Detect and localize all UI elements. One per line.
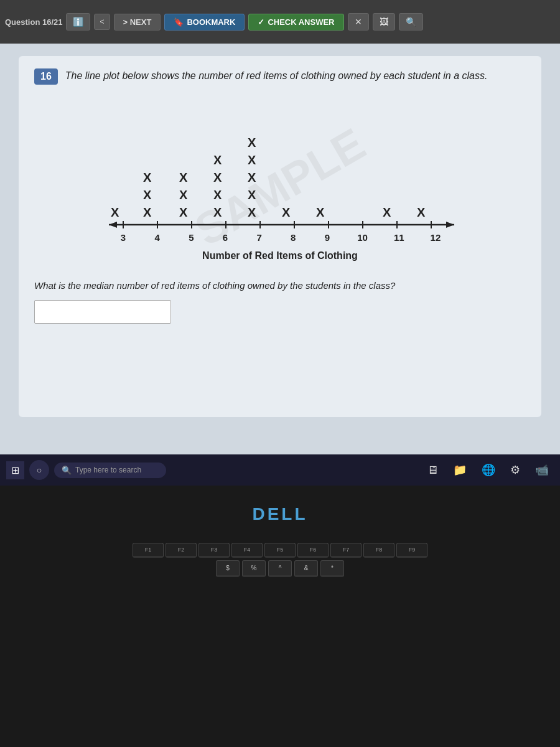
svg-marker-2 bbox=[446, 222, 454, 228]
main-content-area: SAMPLE 16 The line plot below shows the … bbox=[0, 44, 560, 454]
question-text: The line plot below shows the number of … bbox=[65, 68, 488, 83]
x-mark: X bbox=[248, 189, 256, 201]
screenshot-icon-btn[interactable]: 🖼 bbox=[373, 13, 395, 31]
x-mark: X bbox=[179, 189, 187, 201]
x-mark: X bbox=[143, 206, 151, 218]
nav-back-button[interactable]: < bbox=[94, 14, 110, 30]
question-header: 16 The line plot below shows the number … bbox=[34, 68, 526, 85]
search-placeholder-text: Type here to search bbox=[75, 466, 141, 474]
nav-next-button[interactable]: > NEXT bbox=[114, 14, 161, 31]
x-mark: X bbox=[316, 206, 324, 218]
bookmark-icon: 🔖 bbox=[174, 17, 184, 27]
x-mark: X bbox=[248, 154, 256, 166]
key-dollar[interactable]: $ bbox=[216, 560, 240, 577]
x-mark: X bbox=[179, 171, 187, 184]
taskbar-video-icon[interactable]: 📹 bbox=[530, 460, 554, 480]
start-button[interactable]: ⊞ bbox=[6, 461, 24, 479]
checkmark-icon: ✓ bbox=[258, 17, 264, 27]
keyboard-area: F1 F2 F3 F4 F5 F6 F7 F8 F9 $ % ^ & * bbox=[0, 537, 560, 661]
number-line-svg bbox=[106, 218, 467, 231]
x-mark: X bbox=[417, 206, 425, 218]
x-mark: X bbox=[143, 171, 151, 184]
axis-label-4: 4 bbox=[151, 232, 164, 243]
key-f9[interactable]: F9 bbox=[396, 543, 427, 558]
browser-toolbar: Question 16/21 ℹ️ < > NEXT 🔖 BOOKMARK ✓ … bbox=[0, 0, 560, 44]
search-icon: 🔍 bbox=[62, 466, 72, 475]
key-f2[interactable]: F2 bbox=[166, 543, 197, 558]
question-container: SAMPLE 16 The line plot below shows the … bbox=[19, 56, 541, 417]
x-mark: X bbox=[248, 171, 256, 184]
taskbar-desktop-icon[interactable]: 🖥 bbox=[422, 461, 443, 480]
x-mark: X bbox=[383, 206, 391, 218]
x-mark: X bbox=[179, 206, 187, 218]
question-number-badge: 16 bbox=[34, 68, 58, 85]
fn-key-row: F1 F2 F3 F4 F5 F6 F7 F8 F9 bbox=[19, 543, 541, 558]
question-counter: Question 16/21 bbox=[5, 17, 62, 27]
key-caret[interactable]: ^ bbox=[268, 560, 292, 577]
taskbar-chrome-icon[interactable]: ⚙ bbox=[505, 460, 525, 480]
svg-marker-1 bbox=[109, 222, 117, 228]
search-circle-button[interactable]: ○ bbox=[29, 460, 49, 480]
x-mark: X bbox=[248, 136, 256, 149]
axis-title: Number of Red Items of Clothing bbox=[100, 250, 460, 261]
check-answer-button[interactable]: ✓ CHECK ANSWER bbox=[248, 14, 343, 31]
laptop-body: DELL F1 F2 F3 F4 F5 F6 F7 F8 F9 $ % ^ & … bbox=[0, 486, 560, 747]
x-mark: X bbox=[282, 206, 290, 218]
number-line-container: 3 4 5 6 7 8 9 10 11 12 bbox=[100, 218, 460, 243]
alert-icon-btn[interactable]: ℹ️ bbox=[66, 13, 90, 31]
axis-labels: 3 4 5 6 7 8 9 10 11 12 bbox=[106, 231, 454, 243]
key-f8[interactable]: F8 bbox=[363, 543, 394, 558]
bookmark-button[interactable]: 🔖 BOOKMARK bbox=[164, 14, 245, 31]
axis-label-7: 7 bbox=[253, 232, 266, 243]
key-f1[interactable]: F1 bbox=[133, 543, 164, 558]
key-f7[interactable]: F7 bbox=[330, 543, 362, 558]
answer-input[interactable] bbox=[34, 300, 171, 324]
axis-label-11: 11 bbox=[391, 232, 406, 243]
axis-label-3: 3 bbox=[117, 232, 129, 243]
sub-question-text: What is the median number of red items o… bbox=[34, 280, 526, 291]
key-f3[interactable]: F3 bbox=[198, 543, 230, 558]
axis-label-10: 10 bbox=[355, 232, 370, 243]
key-f4[interactable]: F4 bbox=[231, 543, 263, 558]
x-mark: X bbox=[213, 154, 222, 166]
key-asterisk[interactable]: * bbox=[320, 560, 344, 577]
axis-label-12: 12 bbox=[428, 232, 443, 243]
search-icon-btn[interactable]: 🔍 bbox=[399, 13, 423, 31]
taskbar-folder-icon[interactable]: 📁 bbox=[448, 460, 472, 480]
key-ampersand[interactable]: & bbox=[294, 560, 318, 577]
taskbar-browser-icon[interactable]: 🌐 bbox=[477, 460, 500, 480]
x-mark: X bbox=[143, 189, 151, 201]
line-plot-area: X X X X X X X X X X X X X X X X bbox=[100, 103, 460, 261]
x-mark: X bbox=[213, 171, 222, 184]
taskbar-search-bar: 🔍 Type here to search bbox=[54, 463, 166, 478]
symbol-row: $ % ^ & * bbox=[19, 560, 541, 577]
dell-logo: DELL bbox=[252, 504, 307, 524]
key-f5[interactable]: F5 bbox=[264, 543, 296, 558]
close-button[interactable]: ✕ bbox=[348, 13, 369, 31]
taskbar: ⊞ ○ 🔍 Type here to search 🖥 📁 🌐 ⚙ 📹 bbox=[0, 454, 560, 486]
x-mark: X bbox=[213, 206, 222, 218]
axis-label-6: 6 bbox=[219, 232, 231, 243]
x-mark: X bbox=[111, 206, 119, 218]
x-marks-display: X X X X X X X X X X X X X X X X bbox=[100, 103, 460, 218]
x-mark: X bbox=[248, 206, 256, 218]
x-mark: X bbox=[213, 189, 222, 201]
axis-label-5: 5 bbox=[185, 232, 197, 243]
key-percent[interactable]: % bbox=[242, 560, 266, 577]
key-f6[interactable]: F6 bbox=[297, 543, 329, 558]
axis-label-9: 9 bbox=[321, 232, 334, 243]
axis-label-8: 8 bbox=[287, 232, 299, 243]
